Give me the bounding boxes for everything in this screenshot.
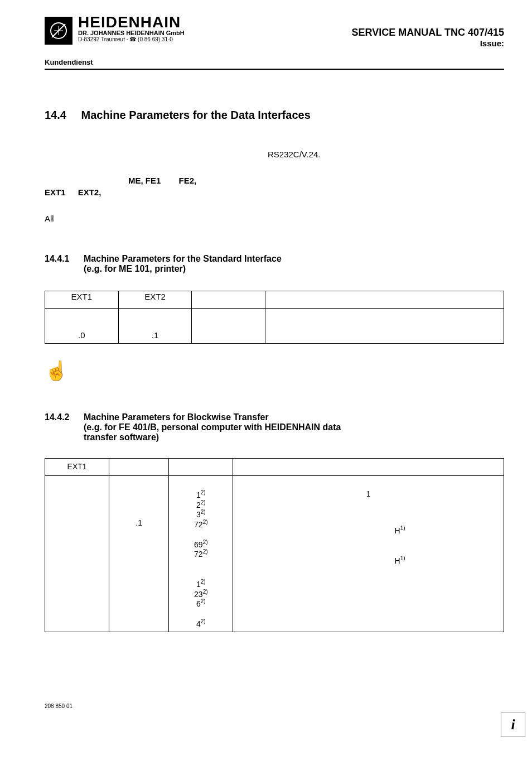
t1-header-ext1: EXT1 <box>45 291 119 309</box>
subsection-title-line2: (e.g. for ME 101, printer) <box>84 264 282 274</box>
t1-header-ext2: EXT2 <box>118 291 192 309</box>
t2-header-blank1 <box>109 459 169 476</box>
heidenhain-logo-icon <box>45 17 72 45</box>
t2-col3: 12) 22) 32) 722) 692) 722) 12) 232) 62) … <box>169 476 233 632</box>
subsection2-title-line2: (e.g. for FE 401/B, personal computer wi… <box>84 422 341 432</box>
subsection2-title-line1: Machine Parameters for Blockwise Transfe… <box>84 412 341 422</box>
t1-cell-blank2 <box>265 309 504 344</box>
section-heading: 14.4 Machine Parameters for the Data Int… <box>45 109 504 122</box>
rs232-label: RS232C/V.24. <box>268 150 504 159</box>
t2-header-blank3 <box>233 459 504 476</box>
manual-title: SERVICE MANUAL TNC 407/415 <box>352 27 504 39</box>
table-standard-interface: EXT1 EXT2 .0 .1 <box>45 291 504 344</box>
mode-ext2: EXT2, <box>78 187 101 197</box>
footer-code: 208 850 01 <box>45 703 72 709</box>
t2-col1 <box>45 476 109 632</box>
t1-cell-blank1 <box>192 309 265 344</box>
subsection2-title-line3: transfer software) <box>84 432 341 442</box>
manual-title-block: SERVICE MANUAL TNC 407/415 Issue: <box>352 27 504 48</box>
mode-fe2: FE2, <box>179 176 197 185</box>
t2-col2: .1 <box>109 476 169 632</box>
t1-cell-1: .1 <box>118 309 192 344</box>
brand-name: HEIDENHAIN <box>78 13 185 31</box>
page-header: HEIDENHAIN DR. JOHANNES HEIDENHAIN GmbH … <box>45 17 504 48</box>
modes-block: ME, FE1 FE2, EXT1 EXT2, <box>45 176 504 197</box>
subsection-14-4-2: 14.4.2 Machine Parameters for Blockwise … <box>45 412 504 442</box>
subsection-title-line1: Machine Parameters for the Standard Inte… <box>84 254 282 264</box>
pointing-hand-icon: ☝ <box>45 359 504 382</box>
scan-noise <box>0 734 532 765</box>
section-title: Machine Parameters for the Data Interfac… <box>81 109 311 121</box>
logo-block: HEIDENHAIN DR. JOHANNES HEIDENHAIN GmbH … <box>45 17 185 45</box>
all-label: All <box>45 214 504 223</box>
subsection-number: 14.4.1 <box>45 254 84 274</box>
info-icon: i <box>501 713 525 737</box>
t2-header-blank2 <box>169 459 233 476</box>
mode-ext1: EXT1 <box>45 187 66 197</box>
kundendienst-label: Kundendienst <box>45 58 504 66</box>
t2-header-ext1: EXT1 <box>45 459 109 476</box>
subsection2-number: 14.4.2 <box>45 412 84 442</box>
phone-icon: ☎ <box>129 36 136 42</box>
t2-col4: 1 H1) H1) <box>233 476 504 632</box>
subsection-14-4-1: 14.4.1 Machine Parameters for the Standa… <box>45 254 504 274</box>
t1-cell-0: .0 <box>45 309 119 344</box>
section-number: 14.4 <box>45 109 78 122</box>
t1-header-blank2 <box>265 291 504 309</box>
mode-me-fe1: ME, FE1 <box>128 176 161 185</box>
brand-address: D-83292 Traunreut · ☎ (0 86 69) 31-0 <box>78 36 185 42</box>
brand-subsidiary: DR. JOHANNES HEIDENHAIN GmbH <box>78 30 185 36</box>
header-divider <box>45 69 504 70</box>
issue-label: Issue: <box>352 39 504 48</box>
table-blockwise-transfer: EXT1 .1 12) 22) 32) 722) 692) 722) <box>45 458 504 632</box>
t1-header-blank1 <box>192 291 265 309</box>
